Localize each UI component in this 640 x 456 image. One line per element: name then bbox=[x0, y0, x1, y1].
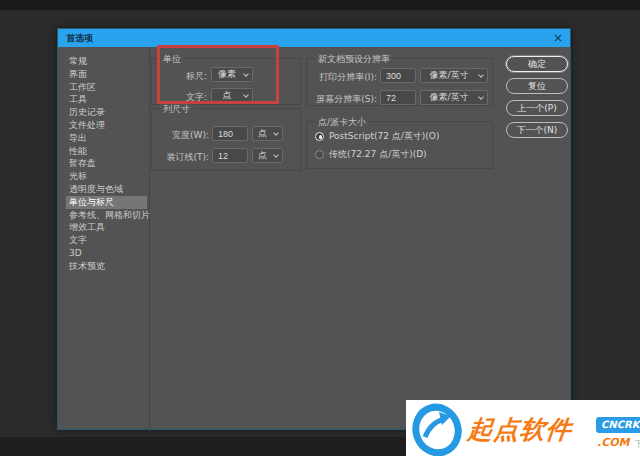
sidebar-item-units-rulers[interactable]: 单位与标尺 bbox=[66, 196, 147, 209]
sidebar-item-technology-previews[interactable]: 技术预览 bbox=[66, 260, 147, 273]
gutter-unit-select[interactable]: 点 bbox=[252, 148, 283, 163]
chevron-down-icon bbox=[273, 130, 279, 136]
sidebar-item-transparency-gamut[interactable]: 透明度与色域 bbox=[66, 183, 147, 196]
reset-button[interactable]: 复位 bbox=[506, 78, 568, 94]
radio-selected-icon bbox=[315, 132, 324, 141]
gutter-input[interactable] bbox=[212, 148, 248, 163]
sidebar-separator bbox=[149, 47, 150, 431]
sidebar-item-export[interactable]: 导出 bbox=[66, 132, 147, 145]
sidebar-item-tools[interactable]: 工具 bbox=[66, 93, 147, 106]
brand-suffix: 下载 bbox=[634, 438, 640, 451]
print-resolution-label: 打印分辨率(I): bbox=[307, 71, 377, 84]
brand-domain: .COM bbox=[597, 436, 630, 449]
dialog-titlebar[interactable]: 首选项 × bbox=[58, 29, 570, 47]
prev-button[interactable]: 上一个(P) bbox=[506, 100, 568, 116]
radio-traditional-label: 传统(72.27 点/英寸)(D) bbox=[329, 148, 427, 161]
next-button[interactable]: 下一个(N) bbox=[506, 122, 568, 138]
brand-badge: CNCRK bbox=[596, 417, 640, 433]
gutter-unit-value: 点 bbox=[258, 149, 267, 162]
print-resolution-unit-select[interactable]: 像素/英寸 bbox=[420, 68, 488, 83]
sidebar-item-scratch-disks[interactable]: 暂存盘 bbox=[66, 157, 147, 170]
column-size-group: 列尺寸 宽度(W): 点 装订线(T): 点 bbox=[151, 108, 301, 171]
radio-unselected-icon bbox=[315, 150, 324, 159]
screen-resolution-input[interactable] bbox=[380, 90, 416, 105]
top-window-strip bbox=[0, 0, 640, 10]
print-resolution-input[interactable] bbox=[380, 68, 416, 83]
width-label: 宽度(W): bbox=[152, 129, 209, 142]
sidebar-item-type[interactable]: 文字 bbox=[66, 234, 147, 247]
gutter-label: 装订线(T): bbox=[152, 151, 209, 164]
watermark: 起点软件 CNCRK .COM 下载 bbox=[406, 400, 640, 456]
new-doc-resolution-title: 新文档预设分辨率 bbox=[315, 53, 393, 66]
dialog-title: 首选项 bbox=[58, 32, 93, 45]
highlight-rectangle bbox=[157, 45, 279, 104]
width-unit-select[interactable]: 点 bbox=[252, 126, 283, 141]
screen-resolution-label: 屏幕分辨率(S): bbox=[307, 93, 377, 106]
point-pica-group: 点/派卡大小 PostScript(72 点/英寸)(O) 传统(72.27 点… bbox=[306, 121, 493, 169]
radio-postscript-label: PostScript(72 点/英寸)(O) bbox=[329, 130, 439, 143]
screen: 首选项 × 常规 界面 工作区 工具 历史记录 文件处理 导出 性能 暂存盘 光… bbox=[0, 0, 640, 456]
sidebar-item-cursors[interactable]: 光标 bbox=[66, 170, 147, 183]
radio-postscript[interactable]: PostScript(72 点/英寸)(O) bbox=[315, 130, 439, 142]
sidebar-item-workspace[interactable]: 工作区 bbox=[66, 81, 147, 94]
width-input[interactable] bbox=[212, 126, 248, 141]
sidebar-item-general[interactable]: 常规 bbox=[66, 55, 147, 68]
close-icon[interactable]: × bbox=[553, 30, 563, 46]
ok-button[interactable]: 确定 bbox=[506, 56, 568, 72]
brand-logo-icon bbox=[411, 402, 463, 456]
point-pica-title: 点/派卡大小 bbox=[315, 116, 369, 129]
sidebar-item-performance[interactable]: 性能 bbox=[66, 145, 147, 158]
preferences-dialog: 首选项 × 常规 界面 工作区 工具 历史记录 文件处理 导出 性能 暂存盘 光… bbox=[57, 28, 571, 430]
chevron-down-icon bbox=[478, 94, 484, 100]
chevron-down-icon bbox=[273, 152, 279, 158]
screen-resolution-unit-value: 像素/英寸 bbox=[429, 91, 468, 104]
sidebar-item-3d[interactable]: 3D bbox=[66, 247, 147, 260]
print-resolution-unit-value: 像素/英寸 bbox=[429, 69, 468, 82]
brand-name: 起点软件 bbox=[466, 413, 573, 446]
new-doc-resolution-group: 新文档预设分辨率 打印分辨率(I): 像素/英寸 屏幕分辨率(S): 像素/英寸 bbox=[306, 58, 493, 106]
sidebar-item-file-handling[interactable]: 文件处理 bbox=[66, 119, 147, 132]
radio-traditional[interactable]: 传统(72.27 点/英寸)(D) bbox=[315, 148, 427, 160]
screen-resolution-unit-select[interactable]: 像素/英寸 bbox=[420, 90, 488, 105]
width-unit-value: 点 bbox=[258, 127, 267, 140]
sidebar-item-interface[interactable]: 界面 bbox=[66, 68, 147, 81]
sidebar-item-plugins[interactable]: 增效工具 bbox=[66, 221, 147, 234]
sidebar-item-history-log[interactable]: 历史记录 bbox=[66, 106, 147, 119]
chevron-down-icon bbox=[478, 72, 484, 78]
sidebar-item-guides-grid-slices[interactable]: 参考线、网格和切片 bbox=[66, 209, 147, 222]
sidebar: 常规 界面 工作区 工具 历史记录 文件处理 导出 性能 暂存盘 光标 透明度与… bbox=[58, 55, 149, 273]
column-size-group-title: 列尺寸 bbox=[160, 103, 193, 116]
